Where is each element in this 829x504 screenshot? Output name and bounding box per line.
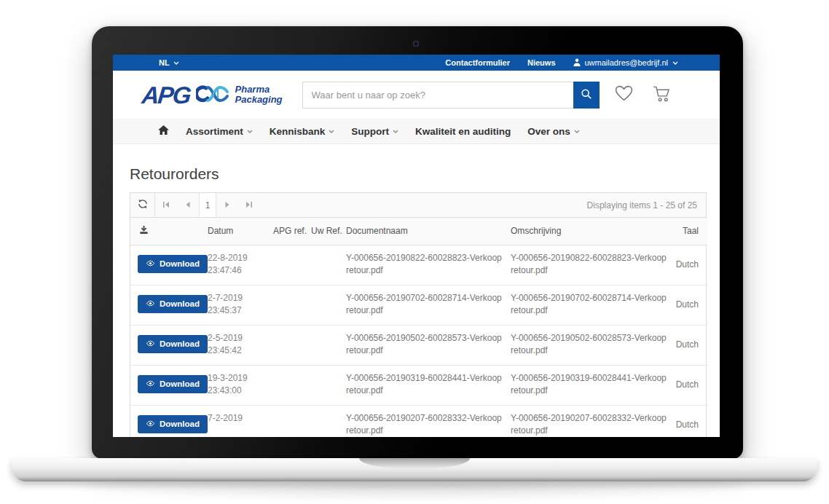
document-name-cell: Y-000656-20190502-60028573-Verkoop retou…: [346, 325, 511, 365]
user-icon: [573, 58, 581, 68]
column-header-datum[interactable]: Datum: [208, 218, 273, 245]
apg-ref-cell: [273, 285, 311, 325]
top-utility-bar: NL Contactformulier Nieuws uwmailadres@b…: [113, 55, 720, 71]
language-cell: Dutch: [674, 325, 707, 365]
laptop-mockup: NL Contactformulier Nieuws uwmailadres@b…: [0, 0, 829, 504]
time-value: 23:43:00: [208, 385, 273, 397]
download-button-label: Download: [160, 420, 200, 428]
eye-icon: [146, 379, 155, 388]
chevron-down-icon: [574, 130, 580, 133]
date-value: 22-8-2019: [208, 252, 273, 264]
date-value: 2-7-2019: [208, 292, 273, 304]
download-cell: Download: [130, 325, 208, 365]
nav-over-ons[interactable]: Over ons: [527, 126, 580, 137]
last-page-button[interactable]: [238, 193, 260, 217]
search-box: [302, 82, 600, 109]
first-page-button[interactable]: [155, 193, 177, 217]
date-cell: 7-2-2019: [208, 405, 273, 437]
description-cell: Y-000656-20190822-60028823-Verkoop retou…: [511, 245, 674, 285]
column-header-apg-ref[interactable]: APG ref.: [273, 218, 311, 245]
description-cell: Y-000656-20190319-60028441-Verkoop retou…: [511, 365, 674, 405]
chevron-down-icon: [329, 130, 334, 133]
uw-ref-cell: [311, 285, 346, 325]
download-cell: Download: [130, 245, 208, 285]
laptop-base: [12, 458, 817, 481]
document-name-cell: Y-000656-20190702-60028714-Verkoop retou…: [346, 285, 511, 325]
language-cell: Dutch: [674, 405, 707, 437]
search-input[interactable]: [302, 82, 573, 109]
table-row: Download 22-8-2019 23:47:46 Y-000656-201…: [130, 245, 707, 285]
nav-assortiment[interactable]: Assortiment: [186, 126, 253, 137]
description-cell: Y-000656-20190207-60028332-Verkoop retou…: [511, 405, 674, 437]
next-page-button[interactable]: [216, 193, 238, 217]
prev-page-icon: [184, 200, 192, 210]
language-selector[interactable]: NL: [159, 58, 179, 67]
table-row: Download 2-7-2019 23:45:37 Y-000656-2019…: [130, 285, 707, 325]
table-body: Download 22-8-2019 23:47:46 Y-000656-201…: [130, 245, 707, 437]
column-header-documentnaam[interactable]: Documentnaam: [346, 218, 511, 245]
language-cell: Dutch: [674, 365, 707, 405]
time-value: 23:45:37: [208, 304, 273, 317]
date-cell: 2-7-2019 23:45:37: [208, 285, 273, 325]
download-button[interactable]: Download: [138, 295, 208, 313]
download-button-label: Download: [160, 299, 200, 308]
download-button[interactable]: Download: [138, 335, 208, 353]
laptop-notch: [359, 458, 470, 469]
cart-button[interactable]: [653, 85, 671, 105]
chevron-down-icon: [393, 130, 398, 133]
next-page-icon: [224, 200, 231, 210]
nav-kwaliteit[interactable]: Kwaliteit en auditing: [415, 126, 511, 137]
download-cell: Download: [130, 405, 208, 437]
download-button-label: Download: [160, 339, 200, 348]
webcam-icon: [413, 41, 419, 47]
document-name-cell: Y-000656-20190207-60028332-Verkoop retou…: [346, 405, 511, 437]
language-label: NL: [159, 58, 170, 67]
document-name-cell: Y-000656-20190822-60028823-Verkoop retou…: [346, 245, 511, 285]
nav-support[interactable]: Support: [351, 126, 398, 137]
download-button-label: Download: [160, 259, 200, 268]
date-cell: 2-5-2019 23:45:42: [208, 325, 273, 365]
refresh-button[interactable]: [130, 193, 155, 217]
date-value: 2-5-2019: [208, 332, 273, 344]
logo-subtext: Pharma Packaging: [235, 84, 283, 105]
wishlist-button[interactable]: [615, 85, 633, 104]
eye-icon: [146, 299, 155, 308]
description-cell: Y-000656-20190702-60028714-Verkoop retou…: [511, 285, 674, 325]
download-button-label: Download: [160, 379, 200, 388]
search-button[interactable]: [573, 82, 600, 109]
download-column-icon: [139, 227, 149, 237]
time-value: 23:45:42: [208, 344, 273, 357]
column-header-uw-ref[interactable]: Uw Ref.: [311, 218, 346, 245]
news-link[interactable]: Nieuws: [527, 58, 556, 67]
contact-form-link[interactable]: Contactformulier: [445, 58, 510, 67]
chevron-down-icon: [672, 61, 678, 65]
download-button[interactable]: Download: [138, 415, 208, 433]
search-icon: [581, 88, 592, 102]
column-header-omschrijving[interactable]: Omschrijving: [511, 218, 674, 245]
prev-page-button[interactable]: [177, 193, 199, 217]
description-cell: Y-000656-20190502-60028573-Verkoop retou…: [511, 325, 674, 365]
uw-ref-cell: [311, 365, 346, 405]
refresh-icon: [138, 199, 148, 211]
download-cell: Download: [130, 285, 208, 325]
nav-kennisbank[interactable]: Kennisbank: [270, 126, 335, 137]
time-value: 23:47:46: [208, 264, 273, 277]
column-header-taal[interactable]: Taal: [674, 218, 707, 245]
cart-icon: [653, 85, 671, 105]
nav-home[interactable]: [158, 125, 169, 137]
chevron-down-icon: [173, 61, 179, 65]
apg-ref-cell: [273, 245, 311, 285]
account-menu[interactable]: uwmailadres@bedrijf.nl: [573, 58, 679, 68]
eye-icon: [146, 420, 155, 428]
apg-logo[interactable]: APG Pharma Packaging: [142, 82, 283, 108]
retourorders-grid: 1 Displaying items 1 - 25 of 25: [130, 192, 707, 437]
download-button[interactable]: Download: [138, 375, 208, 393]
page-title: Retourorders: [130, 165, 707, 183]
apg-ref-cell: [273, 365, 311, 405]
download-button[interactable]: Download: [138, 255, 208, 273]
date-value: 19-3-2019: [208, 372, 273, 385]
download-column-header: [130, 218, 208, 245]
eye-icon: [146, 339, 155, 348]
first-page-icon: [162, 200, 170, 210]
heart-icon: [615, 85, 633, 104]
